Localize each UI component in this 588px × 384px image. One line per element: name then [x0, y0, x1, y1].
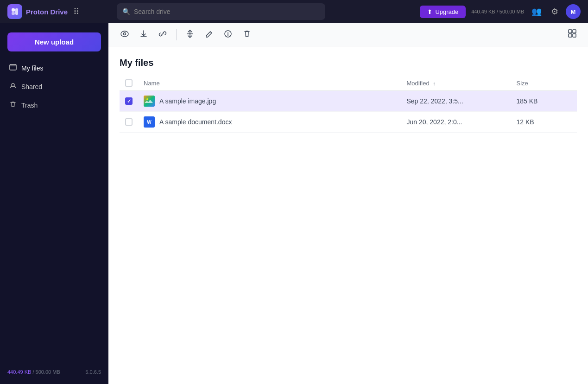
upgrade-label: Upgrade: [435, 8, 458, 15]
sidebar-item-trash[interactable]: Trash: [0, 96, 108, 115]
delete-button[interactable]: [239, 27, 255, 43]
sidebar-item-my-files[interactable]: My files: [0, 59, 108, 77]
row-name-cell: W A sample document.docx: [138, 112, 401, 133]
svg-rect-3: [10, 64, 16, 70]
table-row[interactable]: W A sample document.docx Jun 20, 2022, 2…: [120, 112, 577, 133]
shared-icon: [9, 82, 17, 91]
svg-rect-10: [569, 34, 572, 37]
svg-point-13: [146, 98, 148, 100]
file-icon: W: [144, 116, 155, 128]
row-name-cell: A sample image.jpg: [138, 91, 401, 112]
row-checkbox[interactable]: [125, 97, 133, 105]
file-icon: [144, 96, 155, 107]
select-all-checkbox[interactable]: [125, 79, 133, 87]
logo-area: Proton Drive ⠿: [7, 4, 109, 19]
upgrade-icon: ⬆: [427, 8, 432, 15]
col-header-name[interactable]: Name: [138, 76, 401, 91]
row-checkbox-cell: [120, 91, 138, 112]
avatar[interactable]: M: [566, 4, 581, 19]
sidebar-label-shared: Shared: [21, 83, 42, 90]
svg-point-4: [12, 83, 14, 86]
file-table: Name Modified ↑ Size: [120, 76, 577, 133]
toolbar-divider-1: [176, 29, 177, 40]
row-checkbox-cell: [120, 112, 138, 133]
header-right: ⬆ Upgrade 440.49 KB / 500.00 MB 👥 ⚙ M: [420, 4, 581, 19]
svg-point-5: [121, 31, 128, 37]
svg-rect-8: [569, 30, 572, 33]
search-bar[interactable]: 🔍: [117, 3, 325, 20]
select-all-header: [120, 76, 138, 91]
file-row-name: W A sample document.docx: [144, 116, 396, 128]
version-text: 5.0.6.5: [85, 369, 101, 375]
svg-point-6: [124, 32, 126, 35]
sidebar-footer: 440.49 KB / 500.00 MB 5.0.6.5: [0, 365, 108, 378]
file-list-area: My files Name Modified ↑ Size: [108, 46, 588, 384]
col-header-size[interactable]: Size: [511, 76, 577, 91]
header: Proton Drive ⠿ 🔍 ⬆ Upgrade 440.49 KB / 5…: [0, 0, 588, 23]
sidebar-label-my-files: My files: [21, 64, 43, 72]
search-icon: 🔍: [122, 8, 130, 15]
sort-indicator: ↑: [433, 81, 436, 86]
apps-grid-icon[interactable]: ⠿: [73, 6, 79, 17]
svg-rect-1: [12, 12, 15, 15]
trash-icon: [9, 101, 17, 110]
app-title: Proton Drive: [26, 8, 68, 16]
new-upload-button[interactable]: New upload: [7, 32, 101, 51]
col-header-modified[interactable]: Modified ↑: [401, 76, 511, 91]
file-name[interactable]: A sample document.docx: [159, 118, 232, 126]
settings-icon-button[interactable]: ⚙: [549, 5, 560, 19]
rename-button[interactable]: [201, 27, 217, 42]
proton-logo-icon: [7, 4, 22, 19]
file-name[interactable]: A sample image.jpg: [159, 97, 216, 105]
row-size-cell: 185 KB: [511, 91, 577, 112]
svg-rect-9: [573, 30, 576, 33]
toolbar: [108, 23, 588, 46]
row-size-cell: 12 KB: [511, 112, 577, 133]
row-checkbox[interactable]: [125, 118, 133, 126]
main-layout: New upload My files Shared: [0, 23, 588, 384]
row-modified-cell: Jun 20, 2022, 2:0...: [401, 112, 511, 133]
grid-view-toggle-button[interactable]: [564, 27, 581, 42]
search-input[interactable]: [134, 8, 320, 15]
sidebar-label-trash: Trash: [21, 102, 38, 109]
svg-rect-2: [15, 8, 18, 15]
table-header-row: Name Modified ↑ Size: [120, 76, 577, 91]
svg-rect-11: [573, 34, 576, 37]
my-files-icon: [9, 64, 17, 73]
file-row-name: A sample image.jpg: [144, 96, 396, 107]
storage-usage-text: 440.49 KB / 500.00 MB: [7, 369, 60, 375]
move-button[interactable]: [181, 27, 199, 43]
preview-button[interactable]: [116, 28, 133, 42]
row-modified-cell: Sep 22, 2022, 3:5...: [401, 91, 511, 112]
sidebar-item-shared[interactable]: Shared: [0, 77, 108, 96]
users-icon-button[interactable]: 👥: [530, 5, 544, 19]
download-button[interactable]: [135, 27, 152, 43]
svg-rect-0: [12, 8, 15, 12]
section-title: My files: [120, 58, 577, 68]
content-area: My files Name Modified ↑ Size: [108, 23, 588, 384]
sidebar: New upload My files Shared: [0, 23, 108, 384]
table-row[interactable]: A sample image.jpg Sep 22, 2022, 3:5... …: [120, 91, 577, 112]
upgrade-button[interactable]: ⬆ Upgrade: [420, 6, 466, 18]
storage-info-badge: 440.49 KB / 500.00 MB: [471, 9, 524, 14]
details-button[interactable]: [219, 27, 237, 43]
get-link-button[interactable]: [154, 27, 171, 43]
